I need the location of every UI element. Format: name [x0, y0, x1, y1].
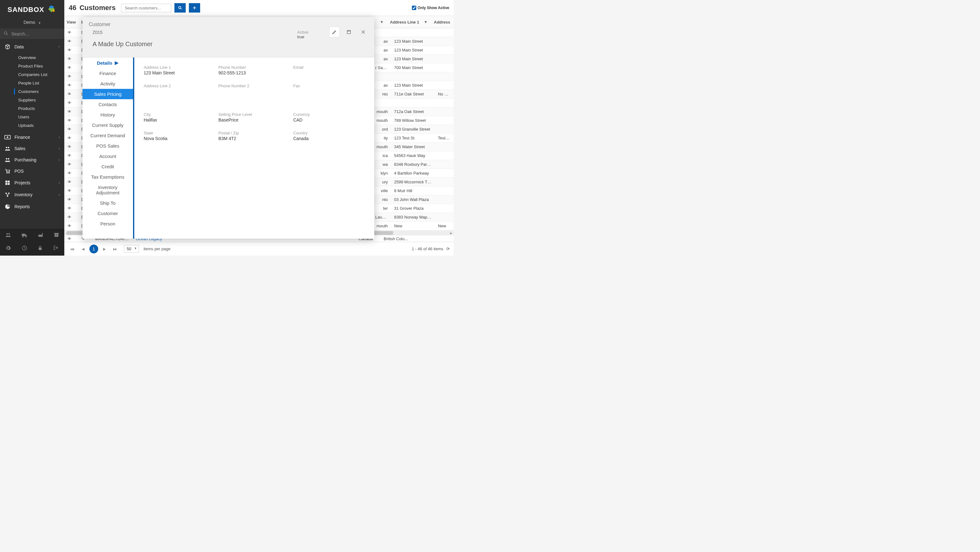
pager-next-button[interactable]: ► [100, 245, 109, 254]
view-icon[interactable]: 👁 [67, 127, 72, 132]
sidebar-subitem-suppliers[interactable]: Suppliers [0, 96, 64, 104]
lock-icon[interactable] [38, 245, 43, 252]
tab-pos-sales[interactable]: POS Sales [83, 141, 133, 151]
address2-cell: No Cust [435, 92, 453, 96]
sidebar-subitem-product-files[interactable]: Product Files [0, 62, 64, 70]
users-icon[interactable] [5, 232, 11, 239]
search-button[interactable] [174, 3, 186, 13]
filter-icon[interactable]: ▼ [380, 20, 383, 24]
tab-current-supply[interactable]: Current Supply [83, 120, 133, 130]
tab-current-demand[interactable]: Current Demand [83, 130, 133, 141]
view-icon[interactable]: 👁 [67, 215, 72, 220]
pager-last-button[interactable]: ⏭ [111, 245, 119, 254]
gear-icon[interactable] [5, 245, 11, 252]
tab-history[interactable]: History [83, 110, 133, 120]
sidebar-subitem-products[interactable]: Products [0, 104, 64, 113]
svg-line-4 [6, 34, 8, 35]
status-value: true [298, 35, 309, 39]
pager-prev-button[interactable]: ◄ [79, 245, 88, 254]
view-icon[interactable]: 👁 [67, 162, 72, 167]
view-icon[interactable]: 👁 [67, 92, 72, 96]
sidebar-bottom [0, 229, 64, 255]
svg-rect-26 [54, 234, 58, 237]
view-icon[interactable]: 👁 [67, 171, 72, 175]
chevron-right-icon: › [59, 158, 60, 162]
chevron-right-icon: › [59, 146, 60, 151]
sidebar-item-pos[interactable]: POS [0, 166, 64, 177]
tab-inventory-adjustment[interactable]: Inventory Adjustment [83, 182, 133, 198]
sidebar-item-reports[interactable]: Reports [0, 201, 64, 212]
view-icon[interactable]: 👁 [67, 153, 72, 158]
view-icon[interactable]: 👁 [67, 144, 72, 149]
sidebar-item-finance[interactable]: Finance› [0, 132, 64, 143]
tab-activity[interactable]: Activity [83, 78, 133, 89]
clock-icon[interactable] [22, 245, 27, 252]
tab-details[interactable]: Details▶ [83, 57, 133, 68]
refresh-button[interactable]: ⟳ [446, 246, 450, 251]
sidebar-subitem-overview[interactable]: Overview [0, 53, 64, 62]
logout-icon[interactable] [53, 245, 59, 252]
tab-sales-pricing[interactable]: Sales Pricing [83, 89, 133, 99]
sidebar-subitem-companies-list[interactable]: Companies List [0, 70, 64, 79]
maximize-button[interactable] [344, 27, 354, 37]
address-cell: 123 Main Street [391, 83, 435, 88]
tab-person[interactable]: Person [83, 219, 133, 229]
only-active-checkbox[interactable] [412, 6, 416, 10]
tenant-selector[interactable]: Demo ∨ [0, 18, 64, 29]
view-icon[interactable]: 👁 [67, 48, 72, 53]
view-icon[interactable]: 👁 [67, 236, 72, 241]
sidebar-subitem-uploads[interactable]: Uploads [0, 121, 64, 130]
view-icon[interactable]: 👁 [67, 118, 72, 123]
sidebar-item-inventory[interactable]: Inventory› [0, 189, 64, 201]
view-icon[interactable]: 👁 [67, 206, 72, 211]
sidebar-item-projects[interactable]: Projects› [0, 177, 64, 189]
sidebar-item-purchasing[interactable]: Purchasing› [0, 154, 64, 166]
tab-ship-to[interactable]: Ship To [83, 198, 133, 208]
column-address-1[interactable]: Address Line 1▼ [387, 20, 431, 24]
pager-first-button[interactable]: ⏮ [68, 245, 77, 254]
column-view[interactable]: View [64, 20, 78, 24]
tab-account[interactable]: Account [83, 151, 133, 161]
customers-search-input[interactable] [121, 4, 171, 12]
sidebar-subitem-users[interactable]: Users [0, 113, 64, 121]
column-address-2[interactable]: Address [431, 20, 450, 24]
view-icon[interactable]: 👁 [67, 197, 72, 202]
field-label: Email [293, 65, 365, 70]
sidebar-subitem-people-list[interactable]: People List [0, 79, 64, 87]
view-icon[interactable]: 👁 [67, 74, 72, 79]
view-icon[interactable]: 👁 [67, 223, 72, 228]
panel-header: Customer Z015 A Made Up Customer Active … [83, 17, 374, 57]
tab-credit[interactable]: Credit [83, 161, 133, 172]
view-icon[interactable]: 👁 [67, 101, 72, 105]
pager-page-button[interactable]: 1 [89, 245, 98, 254]
add-customer-button[interactable] [189, 3, 200, 13]
view-icon[interactable]: 👁 [67, 188, 72, 193]
sidebar-subitem-customers[interactable]: Customers [0, 87, 64, 96]
view-icon[interactable]: 👁 [67, 83, 72, 88]
view-icon[interactable]: 👁 [67, 39, 72, 44]
view-icon[interactable]: 👁 [67, 56, 72, 61]
sidebar-search-input[interactable] [11, 31, 66, 37]
sidebar-item-data[interactable]: Data› [0, 41, 64, 53]
close-button[interactable] [358, 27, 369, 37]
truck-icon[interactable] [21, 232, 28, 239]
address-cell: 711e Oak Street [391, 92, 435, 96]
tab-contacts[interactable]: Contacts [83, 99, 133, 110]
svg-point-24 [25, 236, 26, 237]
view-icon[interactable]: 👁 [67, 109, 72, 114]
tab-finance[interactable]: Finance [83, 68, 133, 78]
tab-customer[interactable]: Customer [83, 208, 133, 219]
scroll-right-icon[interactable]: ► [449, 230, 453, 236]
edit-button[interactable] [329, 27, 340, 37]
sidebar-item-label: Projects [14, 180, 30, 185]
filter-icon[interactable]: ▼ [424, 20, 428, 24]
view-icon[interactable]: 👁 [67, 136, 72, 140]
page-size-selector[interactable]: 50 [124, 245, 139, 253]
sidebar-item-sales[interactable]: Sales› [0, 143, 64, 154]
view-icon[interactable]: 👁 [67, 180, 72, 184]
view-icon[interactable]: 👁 [67, 30, 72, 35]
archive-icon[interactable] [54, 232, 59, 239]
view-icon[interactable]: 👁 [67, 65, 72, 70]
tab-tax-exemptions[interactable]: Tax Exemptions [83, 172, 133, 182]
factory-icon[interactable] [38, 232, 44, 239]
